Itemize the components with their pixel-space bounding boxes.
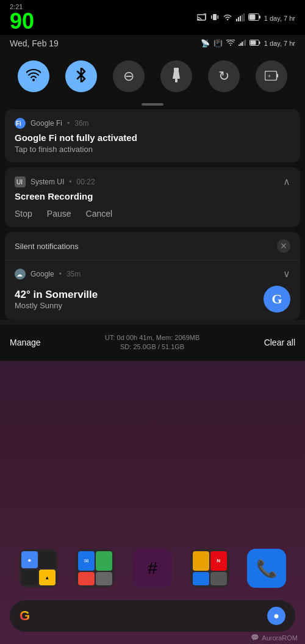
- svg-point-4: [227, 19, 228, 20]
- google-mic-button[interactable]: ●: [267, 607, 285, 625]
- rec-actions: Stop Pause Cancel: [15, 209, 290, 219]
- wifi-toggle[interactable]: [18, 60, 49, 92]
- slack-icon[interactable]: #: [133, 549, 172, 588]
- app-group-3[interactable]: N: [190, 549, 229, 588]
- svg-rect-17: [243, 41, 244, 46]
- fi-title: Google Fi not fully activated: [15, 132, 290, 143]
- date-right-icons: 📡 📳: [201, 39, 295, 48]
- flashlight-icon: [171, 68, 181, 85]
- rec-collapse-icon[interactable]: ∧: [283, 176, 290, 187]
- aurora-text: AuroraROM: [262, 634, 298, 642]
- screen-recording-notification[interactable]: UI System UI • 00:22 ∧ Screen Recording …: [5, 167, 300, 227]
- signal-icon: [236, 13, 245, 23]
- rec-time: 00:22: [77, 178, 95, 186]
- clear-all-button[interactable]: Clear all: [264, 338, 295, 347]
- phone-symbol: 📞: [256, 559, 278, 579]
- battery-icon-2: [249, 39, 260, 48]
- google-fi-icon: Fi: [15, 118, 26, 129]
- google-g-avatar: G: [264, 286, 290, 313]
- battery-text-2: 1 day, 7 hr: [264, 40, 295, 47]
- rec-cancel-button[interactable]: Cancel: [86, 209, 113, 219]
- svg-rect-11: [249, 15, 255, 20]
- system-ui-icon: UI: [15, 176, 26, 187]
- svg-text:+: +: [268, 73, 271, 79]
- weather-dot: •: [59, 270, 62, 278]
- chrome-icon: ●: [21, 551, 38, 568]
- placeholder-icon1: [21, 570, 38, 585]
- weather-notification[interactable]: ☁ Google • 35m ∨ 42° in Somerville Mostl…: [5, 261, 300, 320]
- slack-symbol: #: [148, 559, 157, 578]
- weather-temp: 42° in Somerville: [15, 289, 98, 301]
- svg-text:☁: ☁: [16, 271, 23, 278]
- status-bar: 2:21 90: [0, 0, 305, 35]
- app-group-2[interactable]: ✉: [76, 549, 115, 588]
- fi-time: 36m: [74, 119, 88, 128]
- ph-icon5: [193, 572, 209, 586]
- battery-text: 1 day, 7 hr: [264, 15, 295, 22]
- rotation-toggle[interactable]: ↻: [208, 60, 240, 92]
- bluetooth-icon: [76, 68, 87, 85]
- phone-icon[interactable]: 📞: [247, 549, 286, 588]
- rec-title: Screen Recording: [15, 191, 290, 201]
- svg-rect-5: [236, 19, 237, 21]
- signal-icon-2: [239, 39, 246, 48]
- fi-dot: •: [67, 119, 70, 128]
- ph-icon2: [78, 572, 95, 585]
- weather-time: 35m: [66, 270, 81, 278]
- mic-icon: ●: [273, 610, 279, 621]
- vibrate-icon-2: 📳: [214, 39, 223, 48]
- wifi-toggle-icon: [26, 69, 41, 84]
- camera-icon: [39, 551, 56, 568]
- svg-rect-15: [240, 43, 241, 46]
- manage-button[interactable]: Manage: [10, 338, 41, 347]
- app-group-1[interactable]: ● ▲: [19, 549, 58, 588]
- flashlight-toggle[interactable]: [160, 60, 192, 92]
- rec-app-name: System UI: [30, 178, 64, 186]
- svg-rect-24: [175, 79, 178, 82]
- svg-rect-7: [240, 16, 241, 21]
- svg-rect-21: [259, 42, 260, 44]
- battery-icon: [248, 13, 260, 23]
- status-bar-left: 2:21 90: [10, 4, 34, 32]
- weather-content: 42° in Somerville Mostly Sunny G: [15, 286, 290, 313]
- svg-rect-20: [250, 41, 256, 45]
- svg-text:UI: UI: [16, 179, 23, 186]
- fi-app-name: Google Fi: [30, 119, 62, 128]
- weather-notif-header: ☁ Google • 35m ∨: [15, 268, 290, 280]
- system-info-line2: SD: 25.0GB / 51.1GB: [105, 342, 199, 352]
- quick-toggles: ⊖ ↻ +: [0, 52, 305, 98]
- svg-rect-9: [243, 13, 245, 21]
- search-bar[interactable]: G ●: [10, 600, 295, 632]
- messages-icon: ✉: [78, 551, 95, 571]
- dnd-toggle[interactable]: ⊖: [113, 60, 145, 92]
- weather-expand-icon[interactable]: ∨: [283, 268, 290, 280]
- svg-rect-23: [174, 68, 179, 71]
- silent-label: Silent notifications: [15, 242, 79, 251]
- silent-close-button[interactable]: ×: [277, 239, 290, 253]
- wifi-icon-2: [226, 39, 235, 48]
- svg-rect-2: [211, 15, 212, 19]
- bottom-bar: Manage UT: 0d 00h 41m, Mem: 2069MB SD: 2…: [0, 325, 305, 361]
- rotation-icon: ↻: [218, 68, 229, 84]
- notifications-area: Fi Google Fi • 36m Google Fi not fully a…: [0, 109, 305, 320]
- ph-icon4: [193, 551, 209, 571]
- svg-rect-18: [245, 40, 246, 46]
- silent-notifications-section: Silent notifications × ☁ Google • 35m ∨: [5, 232, 300, 320]
- svg-rect-14: [239, 45, 240, 46]
- system-info-line1: UT: 0d 00h 41m, Mem: 2069MB: [105, 333, 199, 342]
- date-bar: Wed, Feb 19 📡 📳: [0, 35, 305, 52]
- svg-rect-16: [242, 42, 243, 46]
- rec-pause-button[interactable]: Pause: [47, 209, 71, 219]
- svg-rect-12: [259, 16, 260, 19]
- svg-rect-8: [242, 15, 243, 21]
- battery-saver-toggle[interactable]: +: [256, 60, 287, 92]
- bluetooth-toggle[interactable]: [65, 60, 97, 92]
- netflix-icon: N: [210, 551, 227, 571]
- weather-app-name: Google: [30, 270, 54, 278]
- rec-stop-button[interactable]: Stop: [15, 209, 32, 219]
- cast-icon: [197, 13, 207, 23]
- cast-icon-2: 📡: [201, 39, 210, 48]
- svg-rect-3: [217, 15, 218, 19]
- google-fi-notification[interactable]: Fi Google Fi • 36m Google Fi not fully a…: [5, 109, 300, 162]
- scroll-indicator: [0, 98, 305, 109]
